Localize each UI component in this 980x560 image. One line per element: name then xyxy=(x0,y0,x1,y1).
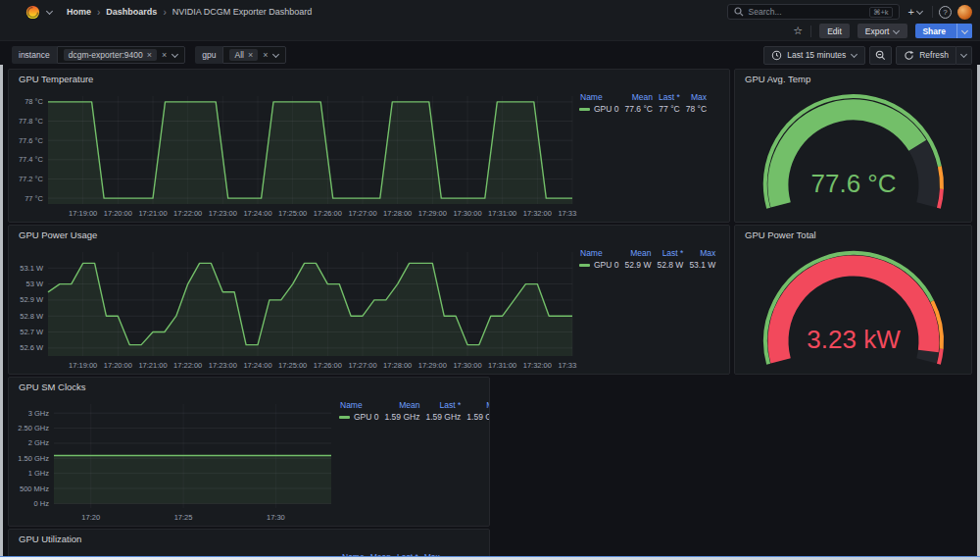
x-axis-tick: 17:26:00 xyxy=(314,361,342,370)
gpu-power-usage-chart[interactable]: 17:19:0017:20:0017:21:0017:22:0017:23:00… xyxy=(11,245,577,373)
panel-title[interactable]: GPU Avg. Temp xyxy=(735,70,971,89)
legend-header[interactable]: Name xyxy=(336,399,382,411)
legend-header[interactable]: Last * xyxy=(422,399,464,411)
x-axis-tick: 17:19:00 xyxy=(69,361,97,370)
legend-series-name[interactable]: GPU 0 xyxy=(576,259,622,271)
search-shortcut-badge: ⌘+k xyxy=(869,7,893,18)
legend-header[interactable]: Mean xyxy=(622,247,655,259)
instance-filter-value[interactable]: dcgm-exporter:9400 × × xyxy=(57,46,186,64)
zoom-out-time-button[interactable] xyxy=(869,46,892,65)
y-axis-tick: 53.1 W xyxy=(20,264,44,273)
chevron-down-icon xyxy=(893,28,900,34)
user-avatar[interactable] xyxy=(957,5,972,20)
x-axis-tick: 17:28:00 xyxy=(383,209,412,218)
series-area-fill xyxy=(54,456,331,504)
x-axis-tick: 17:33:00 xyxy=(558,209,577,218)
panel-title[interactable]: GPU Utilization xyxy=(9,530,489,549)
x-axis-tick: 17:29:00 xyxy=(418,209,447,218)
add-new-button[interactable]: + xyxy=(906,6,926,18)
x-axis-tick: 17:21:00 xyxy=(138,361,167,370)
series-color-swatch xyxy=(579,108,590,111)
instance-value-chip[interactable]: dcgm-exporter:9400 × xyxy=(64,49,157,61)
share-options-caret[interactable] xyxy=(956,24,972,38)
x-axis-tick: 17:22:00 xyxy=(173,361,202,370)
refresh-control: Refresh xyxy=(896,46,972,65)
legend-header[interactable]: Max xyxy=(686,247,718,259)
legend-series-name[interactable]: GPU 0 xyxy=(336,411,382,423)
x-axis-tick: 17:32:00 xyxy=(523,361,552,370)
legend-header[interactable]: Max xyxy=(683,91,710,103)
chevron-down-icon[interactable] xyxy=(172,52,178,58)
breadcrumb-home[interactable]: Home xyxy=(67,7,91,17)
export-button[interactable]: Export xyxy=(858,24,908,38)
grafana-dashboard-page: Home › Dashboards › NVIDIA DCGM Exporter… xyxy=(0,0,980,560)
y-axis-tick: 52.7 W xyxy=(20,328,44,336)
y-axis-tick: 77.6 °C xyxy=(19,136,44,145)
edit-button[interactable]: Edit xyxy=(819,24,850,38)
search-input[interactable]: Search... ⌘+k xyxy=(727,4,900,20)
gpu-sm-clocks-chart[interactable]: 17:2017:2517:303 GHz2.50 GHz2 GHz1.50 GH… xyxy=(11,397,336,525)
panel-title[interactable]: GPU Power Total xyxy=(735,226,971,245)
legend-value: 78 °C xyxy=(683,103,710,115)
legend-header[interactable]: Name xyxy=(576,91,622,103)
chevron-down-icon[interactable] xyxy=(46,9,53,15)
help-icon[interactable]: ? xyxy=(939,6,952,19)
chevron-down-icon xyxy=(961,28,968,34)
gpu-temperature-chart[interactable]: 17:19:0017:20:0017:21:0017:22:0017:23:00… xyxy=(11,89,577,221)
refresh-button[interactable]: Refresh xyxy=(896,46,956,65)
x-axis-tick: 17:28:00 xyxy=(383,361,412,370)
nav-row: Home › Dashboards › NVIDIA DCGM Exporter… xyxy=(0,0,980,22)
clock-icon xyxy=(771,50,782,61)
y-axis-tick: 1 GHz xyxy=(28,469,50,478)
instance-variable-filter: instance dcgm-exporter:9400 × × xyxy=(12,46,185,64)
remove-value-icon[interactable]: × xyxy=(248,51,253,60)
x-axis-tick: 17:30:00 xyxy=(453,361,481,370)
y-axis-tick: 1.50 GHz xyxy=(18,454,49,463)
x-axis-tick: 17:22:00 xyxy=(173,209,202,218)
series-color-swatch xyxy=(339,416,350,419)
x-axis-tick: 17:31:00 xyxy=(488,209,516,218)
panel-title[interactable]: GPU Power Usage xyxy=(9,226,729,245)
x-axis-tick: 17:25:00 xyxy=(278,361,307,370)
legend-value: 52.8 W xyxy=(654,259,686,271)
time-range-picker[interactable]: Last 15 minutes xyxy=(763,46,865,65)
x-axis-tick: 17:20:00 xyxy=(104,209,132,218)
panel-gpu-power-usage: GPU Power Usage 17:19:0017:20:0017:21:00… xyxy=(8,225,730,375)
legend-header[interactable]: Max xyxy=(464,399,490,411)
x-axis-tick: 17:23:00 xyxy=(209,361,237,370)
series-color-swatch xyxy=(579,264,590,267)
x-axis-tick: 17:30:00 xyxy=(453,209,481,218)
gpu-avg-temp-gauge: 77.6 °C xyxy=(739,91,968,213)
legend-header[interactable]: Mean xyxy=(382,399,423,411)
dashboard-controls-row: instance dcgm-exporter:9400 × × gpu All … xyxy=(0,45,980,65)
panel-body: 17:19:0017:20:0017:21:0017:22:0017:23:00… xyxy=(9,89,729,222)
grafana-logo[interactable] xyxy=(25,5,40,20)
legend-row: GPU 01.59 GHz1.59 GHz1.59 GHz xyxy=(336,411,490,423)
legend-header[interactable]: Last * xyxy=(654,247,686,259)
legend-header-row: NameMeanLast *Max xyxy=(336,399,490,411)
star-dashboard-icon[interactable]: ☆ xyxy=(793,25,803,36)
panel-title[interactable]: GPU Temperature xyxy=(9,70,729,89)
legend-header[interactable]: Last * xyxy=(656,91,683,103)
refresh-interval-caret[interactable] xyxy=(956,46,972,65)
x-axis-tick: 17:19:00 xyxy=(69,209,97,218)
x-axis-tick: 17:27:00 xyxy=(348,209,376,218)
divider xyxy=(810,25,811,37)
share-button[interactable]: Share xyxy=(915,24,972,38)
legend-header[interactable]: Name xyxy=(576,247,622,259)
legend-header-row: NameMeanLast *Max xyxy=(576,91,710,103)
gpu-value-chip[interactable]: All × xyxy=(229,49,258,61)
panel-body: 3.23 kW xyxy=(735,247,971,375)
legend-series-name[interactable]: GPU 0 xyxy=(576,103,622,115)
panel-title[interactable]: GPU SM Clocks xyxy=(9,378,489,397)
divider xyxy=(932,6,933,18)
clear-all-icon[interactable]: × xyxy=(263,51,268,60)
breadcrumb-dashboards[interactable]: Dashboards xyxy=(106,7,157,17)
chevron-down-icon[interactable] xyxy=(272,52,279,58)
gpu-filter-value[interactable]: All × × xyxy=(222,46,286,64)
top-nav-bar: Home › Dashboards › NVIDIA DCGM Exporter… xyxy=(0,0,980,41)
legend-header[interactable]: Mean xyxy=(622,91,656,103)
remove-value-icon[interactable]: × xyxy=(147,51,152,60)
legend-row: GPU 077.6 °C77 °C78 °C xyxy=(576,103,710,115)
clear-all-icon[interactable]: × xyxy=(162,51,167,60)
